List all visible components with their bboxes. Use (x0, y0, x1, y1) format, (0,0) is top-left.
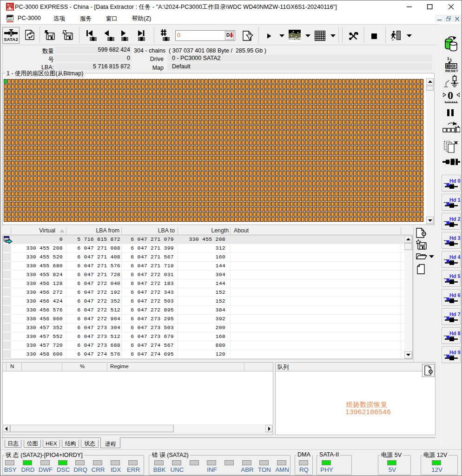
svg-text:RESET: RESET (445, 69, 458, 73)
svg-text:1: 1 (450, 58, 452, 62)
svg-text:1: 1 (447, 56, 449, 61)
svg-text:0: 0 (450, 64, 452, 69)
svg-text:0: 0 (446, 64, 449, 69)
svg-text:x: x (455, 121, 457, 126)
svg-text:0: 0 (448, 89, 453, 101)
svg-text:0: 0 (453, 64, 455, 69)
